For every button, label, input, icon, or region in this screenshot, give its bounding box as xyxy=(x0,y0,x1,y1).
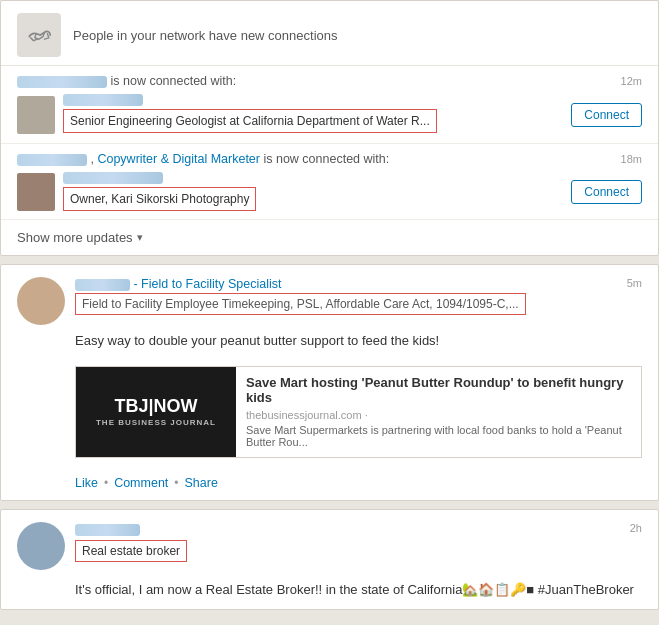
conn2-title-inline: Copywriter & Digital Marketer xyxy=(97,152,260,166)
conn1-connected-name-blur xyxy=(63,94,143,106)
card3-time: 2h xyxy=(630,522,642,534)
share-action[interactable]: Share xyxy=(185,476,218,490)
show-more-label: Show more updates xyxy=(17,230,133,245)
conn1-row2: Senior Engineering Geologist at Californ… xyxy=(17,94,642,135)
conn1-avatar xyxy=(17,96,55,134)
show-more-updates[interactable]: Show more updates ▾ xyxy=(1,220,658,255)
article-title: Save Mart hosting 'Peanut Butter Roundup… xyxy=(246,375,631,405)
conn1-name-blur xyxy=(17,76,107,88)
network-connections-card: People in your network have new connecti… xyxy=(0,0,659,256)
post-title-box: Field to Facility Employee Timekeeping, … xyxy=(75,293,526,315)
tbj-logo-text: TBJ|NOW xyxy=(96,396,216,418)
connection-item-2: , Copywriter & Digital Marketer is now c… xyxy=(1,144,658,220)
conn2-row1: , Copywriter & Digital Marketer is now c… xyxy=(17,152,642,166)
article-source: thebusinessjournal.com · Save Mart Super… xyxy=(246,409,631,448)
like-action[interactable]: Like xyxy=(75,476,98,490)
card3-avatar xyxy=(17,522,65,570)
card3-name-line xyxy=(75,522,630,536)
shared-article[interactable]: TBJ|NOW THE BUSINESS JOURNAL Save Mart h… xyxy=(75,366,642,458)
post-name-blur xyxy=(75,279,130,291)
chevron-down-icon: ▾ xyxy=(137,231,143,244)
tbj-logo-sub: THE BUSINESS JOURNAL xyxy=(96,418,216,428)
card1-header: People in your network have new connecti… xyxy=(1,1,658,66)
conn2-person: , Copywriter & Digital Marketer is now c… xyxy=(17,152,389,166)
conn1-connected-text: is now connected with: xyxy=(110,74,236,88)
conn1-person: is now connected with: xyxy=(17,74,236,88)
article-source-domain: thebusinessjournal.com xyxy=(246,409,362,421)
conn2-name-blur xyxy=(17,154,87,166)
conn2-avatar xyxy=(17,173,55,211)
conn2-connect-button[interactable]: Connect xyxy=(571,180,642,204)
action-dot-2: • xyxy=(174,476,178,490)
article-logo: TBJ|NOW THE BUSINESS JOURNAL xyxy=(96,396,216,427)
post-header: - Field to Facility Specialist Field to … xyxy=(1,265,658,333)
card3-header: Real estate broker 2h xyxy=(1,510,658,576)
handshake-icon xyxy=(17,13,61,57)
post-meta: - Field to Facility Specialist Field to … xyxy=(75,277,619,315)
card1-header-text: People in your network have new connecti… xyxy=(73,28,338,43)
post-avatar xyxy=(17,277,65,325)
post-time: 5m xyxy=(627,277,642,289)
conn2-connected-text: is now connected with: xyxy=(260,152,389,166)
post-name-line: - Field to Facility Specialist xyxy=(75,277,619,291)
article-source-sep: · xyxy=(365,409,368,421)
post-specialty-link[interactable]: - Field to Facility Specialist xyxy=(133,277,281,291)
conn2-connected-name-blur xyxy=(63,172,163,184)
connection-item-1: is now connected with: 12m Senior Engine… xyxy=(1,66,658,144)
post-body: Easy way to double your peanut butter su… xyxy=(1,333,658,358)
conn1-row1: is now connected with: 12m xyxy=(17,74,642,88)
conn2-title-box: Owner, Kari Sikorski Photography xyxy=(63,187,256,211)
comment-action[interactable]: Comment xyxy=(114,476,168,490)
card3-meta: Real estate broker xyxy=(75,522,630,562)
action-dot-1: • xyxy=(104,476,108,490)
article-content: Save Mart hosting 'Peanut Butter Roundup… xyxy=(236,367,641,457)
card3-name-blur xyxy=(75,524,140,536)
conn2-time: 18m xyxy=(621,153,642,165)
card3-title-box: Real estate broker xyxy=(75,540,187,562)
card3-body: It's official, I am now a Real Estate Br… xyxy=(1,576,658,609)
conn1-title-box: Senior Engineering Geologist at Californ… xyxy=(63,109,437,133)
post-actions: Like • Comment • Share xyxy=(1,468,658,500)
conn2-row2: Owner, Kari Sikorski Photography Connect xyxy=(17,172,642,211)
post-card-2: Real estate broker 2h It's official, I a… xyxy=(0,509,659,610)
conn1-time: 12m xyxy=(621,75,642,87)
conn1-connect-button[interactable]: Connect xyxy=(571,103,642,127)
article-thumbnail: TBJ|NOW THE BUSINESS JOURNAL xyxy=(76,367,236,457)
post-card-1: - Field to Facility Specialist Field to … xyxy=(0,264,659,501)
article-desc: Save Mart Supermarkets is partnering wit… xyxy=(246,424,631,448)
